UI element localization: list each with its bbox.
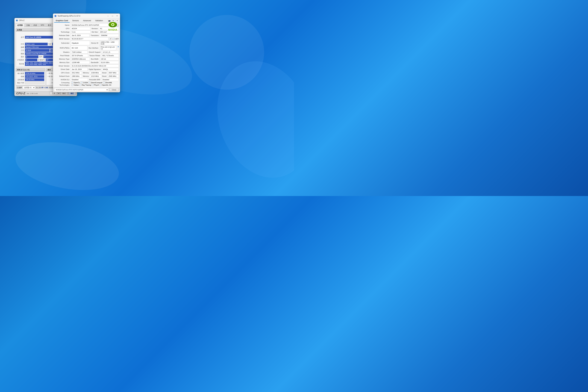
gpuz-physx-label: PhysX	[94, 84, 99, 86]
cpuz-extmodel-label: 扩展型号	[38, 59, 45, 61]
gpuz-memsize-value: 12288 MB	[71, 61, 90, 64]
gpuz-tech-label2: Technologies	[54, 84, 71, 86]
gpuz-raytracing-checkbox[interactable]: ✓	[80, 84, 82, 86]
cpuz-tab-gpu[interactable]: 显卡	[46, 24, 53, 27]
gpuz-name-row: Name NVIDIA GeForce RTX 4070 SUPER Looku…	[54, 24, 119, 26]
gpuz-share-icon[interactable]: ↗	[109, 37, 112, 40]
gpuz-directml-checkbox[interactable]: ✓	[103, 82, 105, 84]
cpuz-tools-button[interactable]: 工具	[50, 92, 57, 95]
gpuz-minimize-button[interactable]: ─	[106, 14, 110, 18]
gpuz-digsig-label: Digital Signature	[88, 68, 102, 71]
gpuz-sli-label: NVIDIA SLI	[54, 79, 71, 80]
gpuz-opengl-checkbox[interactable]: ✓	[100, 84, 102, 86]
gpuz-cuda-label: CUDA	[83, 82, 88, 84]
gpuz-tab-graphics-card[interactable]: Graphics Card	[54, 19, 70, 22]
gpuz-icon: GPU	[54, 15, 56, 17]
gpuz-uefi-checkbox[interactable]: ✓	[113, 38, 114, 40]
cpuz-tab-spd[interactable]: SPD	[39, 24, 46, 27]
gpuz-rops-value: 80 / 224	[71, 46, 88, 50]
gpuz-vulkan-item: ✓ Vulkan	[71, 84, 79, 86]
cpuz-extfamily-label: 扩展系列	[17, 59, 25, 61]
cpuz-logo-text: CPU-Z	[16, 92, 26, 95]
gpuz-bus-question[interactable]: ?	[118, 46, 119, 50]
gpuz-tab-sensors[interactable]: Sensors	[71, 19, 80, 22]
cpuz-clock-section: 时钟 (P-Core #0) 核心速度 5700.00 MHz 倍频 x 57.…	[16, 68, 45, 85]
gpuz-directcompute-item: ✓ DirectCompute	[88, 82, 102, 84]
gpuz-opengl-item: ✓ OpenGL 4.6	[100, 84, 111, 86]
gpuz-clock-cols: 2012 MHz Memory 1338 MHz Boost 2597 MHz	[71, 71, 119, 74]
gpuz-bios-label: BIOS Version	[54, 38, 71, 40]
gpuz-memtype-value: GDDR6X (Micron)	[71, 58, 90, 60]
gpuz-close-button[interactable]: ✕	[115, 14, 119, 18]
gpuz-opencl-checkbox[interactable]: ✓	[71, 82, 73, 84]
gpuz-resizablebar-label: Resizable BAR	[88, 78, 101, 81]
gpuz-driver-row: Driver Version 31.0.15.5123 (NVIDIA 551.…	[54, 64, 119, 68]
gpuz-release-value: Jan 8, 2024	[71, 34, 90, 37]
cpuz-ok-button[interactable]: 确定	[68, 92, 76, 95]
gpuz-sli-cols: Disabled Resizable BAR Disabled	[71, 78, 119, 81]
gpuz-bios-row: BIOS Version 95.04.69.00.F7 ↗ ✓ UEFI	[54, 37, 119, 40]
gpuz-raytracing-item: ✓ Ray Tracing	[80, 84, 91, 86]
gpuz-physx-checkbox[interactable]: ✓	[92, 84, 94, 86]
gpuz-bandwidth-label: Bandwidth	[90, 61, 99, 64]
gpuz-memtype-row: Memory Type GDDR6X (Micron) Bus Width 19…	[54, 58, 119, 60]
gpuz-opencl-item: ✓ OpenCL	[71, 82, 80, 84]
gpuz-computing-label: Computing	[54, 82, 71, 84]
cpuz-clock-title: 时钟 (P-Core #0)	[16, 68, 45, 72]
cpuz-tech-value: 10 纳米	[25, 49, 50, 52]
cpuz-core-count-label: 核心数	[36, 86, 41, 89]
cpuz-socket-label: 插槽	[17, 46, 25, 48]
gpuz-tech-label: Technology	[54, 31, 71, 33]
gpuz-vulkan-label: Vulkan	[74, 84, 79, 86]
cpuz-processor-selector[interactable]: 处理器 #1	[23, 86, 35, 89]
gpuz-name-value: NVIDIA GeForce RTX 4070 SUPER	[71, 24, 108, 26]
gpuz-titlebar: GPU TechPowerUp GPU-Z 2.57.0 ─ □ ✕	[53, 14, 120, 18]
gpuz-memory-clock-value: 1338 MHz	[90, 71, 101, 74]
cpuz-version: Ver. 2.08.0.x64	[27, 92, 49, 94]
gpuz-pixel-value: 207.8 GPixel/s	[71, 54, 88, 57]
gpuz-sli-row: NVIDIA SLI Disabled Resizable BAR Disabl…	[54, 78, 119, 81]
gpuz-shaders-row: Shaders 7168 Unified DirectX Support 12 …	[54, 51, 119, 54]
gpuz-buswidth-value: 192 bit	[100, 58, 119, 60]
gpuz-boost-label: Boost	[102, 72, 107, 74]
gpuz-tab-advanced[interactable]: Advanced	[82, 19, 92, 22]
cpuz-tab-memory[interactable]: 内存	[32, 24, 39, 27]
gpuz-clock-row: GPU Clock 2012 MHz Memory 1338 MHz Boost…	[54, 71, 119, 74]
gpuz-sli-value: Disabled	[71, 78, 88, 81]
gpuz-memsize-cols: 12288 MB Bandwidth 513.8 GB/s	[71, 61, 119, 64]
gpuz-restore-button[interactable]: □	[111, 14, 114, 18]
gpuz-release-label: Release Date	[54, 34, 71, 36]
cpuz-tab-motherboard[interactable]: 主板	[25, 24, 32, 27]
gpuz-device-id-value: 10DE 2783 - 1458 4138	[100, 41, 119, 45]
cpuz-bus-speed-label: 总线速度	[17, 78, 25, 81]
gpuz-default-mem-value: 1313 MHz	[90, 75, 101, 78]
gpuz-shaders-cols: 7168 Unified DirectX Support 12 (12_2)	[71, 51, 119, 54]
gpuz-gpu-selector[interactable]: NVIDIA GeForce RTX 4070 SUPER	[54, 88, 108, 92]
cpuz-validate-button[interactable]: 验证	[60, 92, 68, 95]
gpuz-bios-value: 95.04.69.00.F7	[71, 37, 108, 40]
cpuz-instructions-label: 指令集	[17, 63, 25, 65]
gpuz-driverdate-label: Driver Date	[54, 68, 71, 70]
gpuz-directcompute-checkbox[interactable]: ✓	[88, 82, 90, 84]
gpuz-close-button-footer[interactable]: Close	[109, 88, 119, 91]
gpuz-tab-validation[interactable]: Validation	[94, 19, 104, 22]
gpuz-directx-value: 12 (12_2)	[102, 51, 119, 54]
cpuz-spec-label: 规格	[17, 52, 25, 55]
gpuz-driverdate-row: Driver Date Jan 18, 2024 Digital Signatu…	[54, 68, 119, 71]
gpuz-gpu-label: GPU	[54, 28, 71, 30]
gpuz-directml-item: ✓ DirectML	[103, 82, 112, 84]
cpuz-multiplier-row: 倍频 x 57.0 (8.0 - 60.0)	[17, 75, 44, 78]
nvidia-text: NVIDIA	[108, 28, 117, 31]
cpuz-tab-processor[interactable]: 处理器	[16, 24, 24, 27]
gpuz-texture-label: Texture Fillrate	[89, 54, 101, 57]
cpuz-core-speed-value: 5700.00 MHz	[25, 72, 44, 75]
gpuz-transistors-label: Transistors	[90, 34, 99, 37]
gpuz-cuda-checkbox[interactable]: ✓	[81, 82, 82, 84]
cpuz-bus-speed-value: 100.00 MHz	[25, 78, 44, 81]
gpuz-bus-value: PCIe x16 4.0 @ x16 4.0	[100, 46, 116, 50]
gpuz-vulkan-checkbox[interactable]: ✓	[71, 84, 73, 86]
cpuz-processor-select[interactable]: 处理器 #1	[23, 86, 35, 89]
gpuz-pixel-row: Pixel Fillrate 207.8 GPixel/s Texture Fi…	[54, 54, 119, 57]
cpuz-family-value: 6	[26, 56, 38, 58]
cpuz-extfamily-value: 6	[26, 58, 37, 61]
